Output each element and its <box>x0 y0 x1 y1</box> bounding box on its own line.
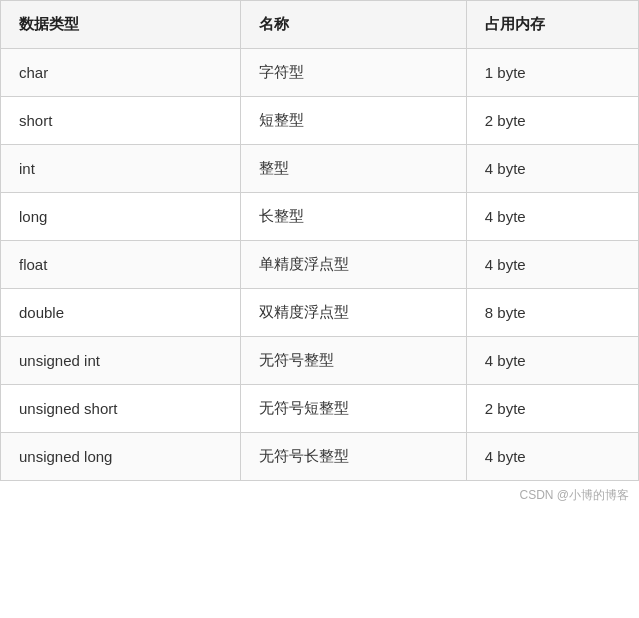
cell-name: 无符号短整型 <box>241 385 466 433</box>
cell-type: unsigned long <box>1 433 241 481</box>
cell-name: 无符号整型 <box>241 337 466 385</box>
cell-memory: 1 byte <box>466 49 638 97</box>
col-header-type: 数据类型 <box>1 1 241 49</box>
cell-type: int <box>1 145 241 193</box>
table-row: short短整型2 byte <box>1 97 639 145</box>
cell-memory: 4 byte <box>466 337 638 385</box>
table-row: char字符型1 byte <box>1 49 639 97</box>
cell-name: 单精度浮点型 <box>241 241 466 289</box>
cell-name: 无符号长整型 <box>241 433 466 481</box>
page-wrapper: 数据类型 名称 占用内存 char字符型1 byteshort短整型2 byte… <box>0 0 639 508</box>
cell-type: float <box>1 241 241 289</box>
cell-name: 整型 <box>241 145 466 193</box>
table-row: double双精度浮点型8 byte <box>1 289 639 337</box>
data-type-table: 数据类型 名称 占用内存 char字符型1 byteshort短整型2 byte… <box>0 0 639 481</box>
cell-name: 字符型 <box>241 49 466 97</box>
cell-type: unsigned int <box>1 337 241 385</box>
cell-type: unsigned short <box>1 385 241 433</box>
cell-memory: 8 byte <box>466 289 638 337</box>
col-header-name: 名称 <box>241 1 466 49</box>
table-row: unsigned int无符号整型4 byte <box>1 337 639 385</box>
cell-memory: 4 byte <box>466 433 638 481</box>
cell-memory: 4 byte <box>466 145 638 193</box>
table-row: float单精度浮点型4 byte <box>1 241 639 289</box>
cell-type: short <box>1 97 241 145</box>
cell-memory: 2 byte <box>466 385 638 433</box>
footer-label: CSDN @小博的博客 <box>0 481 639 508</box>
cell-memory: 4 byte <box>466 241 638 289</box>
cell-type: long <box>1 193 241 241</box>
cell-memory: 2 byte <box>466 97 638 145</box>
table-row: unsigned long无符号长整型4 byte <box>1 433 639 481</box>
cell-type: char <box>1 49 241 97</box>
cell-name: 双精度浮点型 <box>241 289 466 337</box>
col-header-memory: 占用内存 <box>466 1 638 49</box>
table-row: unsigned short无符号短整型2 byte <box>1 385 639 433</box>
cell-name: 短整型 <box>241 97 466 145</box>
cell-type: double <box>1 289 241 337</box>
table-row: long长整型4 byte <box>1 193 639 241</box>
cell-memory: 4 byte <box>466 193 638 241</box>
table-row: int整型4 byte <box>1 145 639 193</box>
cell-name: 长整型 <box>241 193 466 241</box>
table-header-row: 数据类型 名称 占用内存 <box>1 1 639 49</box>
